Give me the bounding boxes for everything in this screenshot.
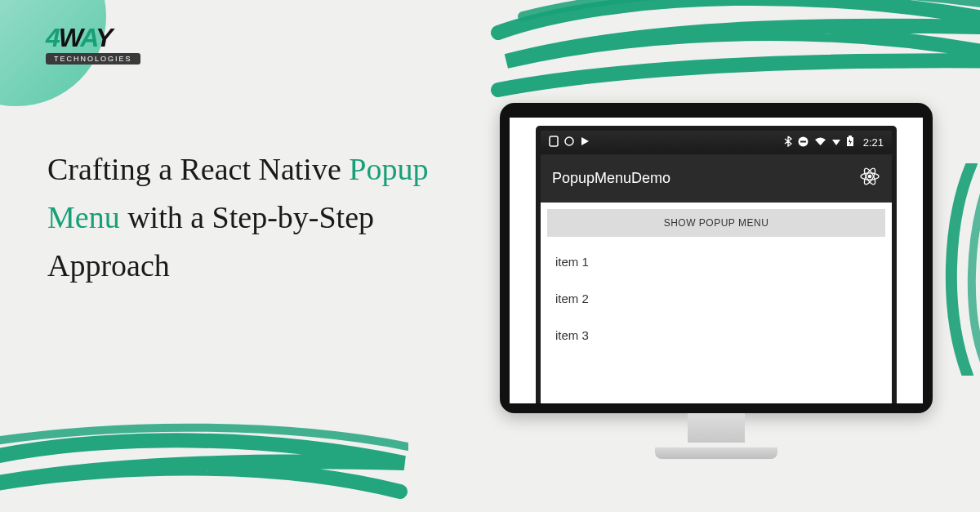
svg-rect-4 [800, 140, 806, 142]
brand-logo: 4WAY TECHNOLOGIES [46, 26, 140, 65]
phone-frame: 2:21 PopupMenuDemo [536, 126, 897, 403]
monitor-frame: 2:21 PopupMenuDemo [500, 103, 933, 413]
menu-item[interactable]: item 1 [541, 243, 892, 280]
react-icon [859, 166, 880, 191]
svg-rect-6 [849, 136, 852, 137]
monitor-stand [667, 413, 765, 459]
bluetooth-icon [784, 136, 792, 149]
play-icon [580, 136, 590, 149]
menu-list: item 1 item 2 item 3 [541, 243, 892, 354]
page-headline: Crafting a React Native Popup Menu with … [47, 145, 472, 290]
menu-item[interactable]: item 3 [541, 317, 892, 354]
svg-point-7 [868, 175, 872, 179]
svg-marker-2 [581, 137, 589, 145]
circle-icon [564, 136, 574, 149]
monitor-screen: 2:21 PopupMenuDemo [510, 118, 923, 403]
status-time: 2:21 [863, 136, 884, 149]
signal-icon [832, 140, 840, 145]
svg-point-1 [565, 137, 573, 145]
status-left [549, 136, 590, 149]
show-popup-button[interactable]: SHOW POPUP MENU [547, 209, 885, 237]
wifi-icon [814, 136, 826, 149]
android-status-bar: 2:21 [541, 131, 892, 154]
dnd-icon [798, 136, 808, 149]
device-mockup: 2:21 PopupMenuDemo [500, 103, 933, 459]
phone-screen: 2:21 PopupMenuDemo [541, 131, 892, 403]
svg-rect-0 [550, 136, 558, 146]
status-right: 2:21 [784, 136, 884, 149]
headline-part1: Crafting a React Native [47, 152, 349, 186]
logo-sub-text: TECHNOLOGIES [46, 53, 140, 65]
battery-icon [846, 136, 854, 149]
brush-stroke-bottom [0, 422, 408, 512]
sim-icon [549, 136, 559, 149]
app-bar: PopupMenuDemo [541, 154, 892, 203]
menu-item[interactable]: item 2 [541, 280, 892, 317]
logo-main-text: 4WAY [46, 26, 140, 50]
brush-stroke-top [490, 0, 980, 98]
app-title: PopupMenuDemo [552, 170, 670, 187]
